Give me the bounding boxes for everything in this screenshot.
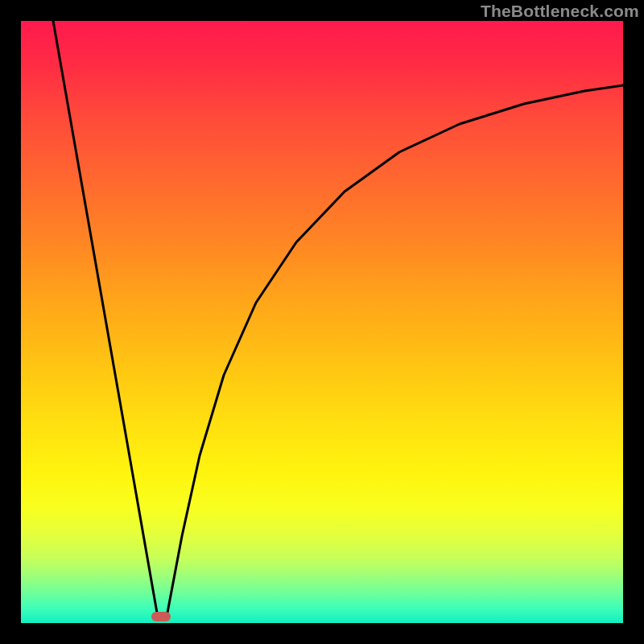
chart-container: TheBottleneck.com [0,0,644,644]
watermark-text: TheBottleneck.com [481,2,639,21]
v-curve [53,21,623,617]
curve-svg [21,21,623,623]
plot-area [21,21,623,623]
minimum-marker [151,612,171,621]
